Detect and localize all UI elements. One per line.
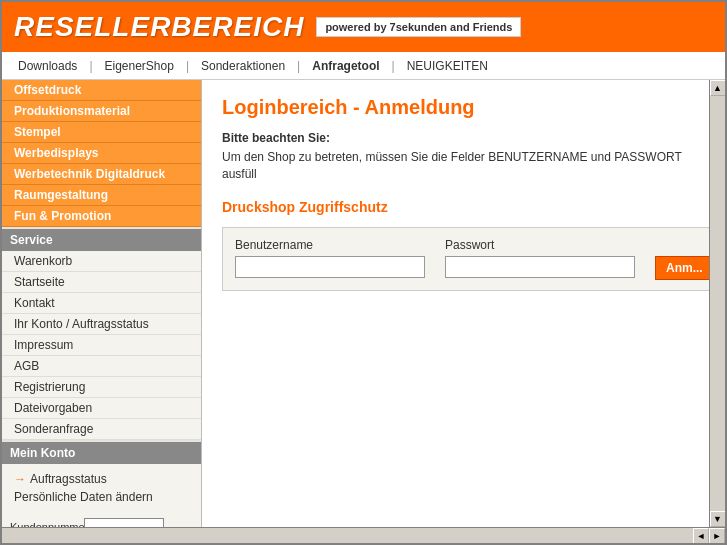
sidebar-item-werbetechnik[interactable]: Werbetechnik Digitaldruck — [2, 164, 201, 185]
notice-text: Um den Shop zu betreten, müssen Sie die … — [222, 149, 689, 183]
benutzername-group: Benutzername — [235, 238, 425, 278]
scroll-thumb[interactable] — [710, 96, 725, 511]
benutzername-input[interactable] — [235, 256, 425, 278]
login-fields: Benutzername Passwort Anm... — [235, 238, 709, 280]
scroll-up-arrow[interactable]: ▲ — [710, 80, 726, 96]
arrow-icon: → — [14, 472, 26, 486]
kundennummer-row: Kundennummer — [10, 518, 193, 527]
nav-neuigkeiten[interactable]: NEUIGKEITEN — [395, 55, 500, 77]
powered-badge: powered by 7sekunden and Friends — [316, 17, 521, 37]
scroll-right-arrow[interactable]: ► — [709, 528, 725, 544]
scroll-down-arrow[interactable]: ▼ — [710, 511, 726, 527]
sidebar-mein-konto-header: Mein Konto — [2, 442, 201, 464]
sidebar-item-funpromotion[interactable]: Fun & Promotion — [2, 206, 201, 227]
notice-header: Bitte beachten Sie: — [222, 131, 689, 145]
main-layout: Offsetdruck Produktionsmaterial Stempel … — [2, 80, 725, 527]
sidebar-item-impressum[interactable]: Impressum — [2, 335, 201, 356]
scroll-left-arrow[interactable]: ◄ — [693, 528, 709, 544]
sidebar-service-header: Service — [2, 229, 201, 251]
sidebar-item-produktionsmaterial[interactable]: Produktionsmaterial — [2, 101, 201, 122]
header: RESELLERBEREICH powered by 7sekunden and… — [2, 2, 725, 52]
sidebar-item-sonderanfrage[interactable]: Sonderanfrage — [2, 419, 201, 440]
content-passwort-label: Passwort — [445, 238, 635, 252]
druckshop-title: Druckshop Zugriffschutz — [222, 199, 689, 215]
content-passwort-input[interactable] — [445, 256, 635, 278]
sidebar-item-stempel[interactable]: Stempel — [2, 122, 201, 143]
content-area: Loginbereich - Anmeldung Bitte beachten … — [202, 80, 709, 527]
sidebar-item-startseite[interactable]: Startseite — [2, 272, 201, 293]
sidebar-item-offsetdruck[interactable]: Offsetdruck — [2, 80, 201, 101]
sidebar-item-agb[interactable]: AGB — [2, 356, 201, 377]
anmelden-button[interactable]: Anm... — [655, 256, 709, 280]
page-title: Loginbereich - Anmeldung — [222, 96, 689, 119]
benutzername-label: Benutzername — [235, 238, 425, 252]
mein-konto-content: →Auftragsstatus Persönliche Daten ändern… — [2, 464, 201, 527]
mk-auftragsstatus[interactable]: →Auftragsstatus — [10, 470, 193, 488]
kundennummer-input[interactable] — [84, 518, 164, 527]
nav-eigenershop[interactable]: EigenerShop — [93, 55, 186, 77]
nav-downloads[interactable]: Downloads — [6, 55, 89, 77]
bottom-bar: ◄ ► — [2, 527, 725, 543]
sidebar: Offsetdruck Produktionsmaterial Stempel … — [2, 80, 202, 527]
login-form: Benutzername Passwort Anm... — [222, 227, 709, 291]
site-title: RESELLERBEREICH — [14, 11, 304, 43]
navbar: Downloads | EigenerShop | Sonderaktionen… — [2, 52, 725, 80]
sidebar-item-auftragsstatus[interactable]: Ihr Konto / Auftragsstatus — [2, 314, 201, 335]
sidebar-item-registrierung[interactable]: Registrierung — [2, 377, 201, 398]
sidebar-item-raumgestaltung[interactable]: Raumgestaltung — [2, 185, 201, 206]
sidebar-item-werbedisplays[interactable]: Werbedisplays — [2, 143, 201, 164]
sidebar-item-kontakt[interactable]: Kontakt — [2, 293, 201, 314]
passwort-group: Passwort — [445, 238, 635, 278]
sidebar-item-warenkorb[interactable]: Warenkorb — [2, 251, 201, 272]
mk-persoenliche-daten[interactable]: Persönliche Daten ändern — [10, 488, 193, 506]
sidebar-item-dateivorgaben[interactable]: Dateivorgaben — [2, 398, 201, 419]
nav-anfragetool[interactable]: Anfragetool — [300, 55, 391, 77]
scrollbar-vertical[interactable]: ▲ ▼ — [709, 80, 725, 527]
nav-sonderaktionen[interactable]: Sonderaktionen — [189, 55, 297, 77]
